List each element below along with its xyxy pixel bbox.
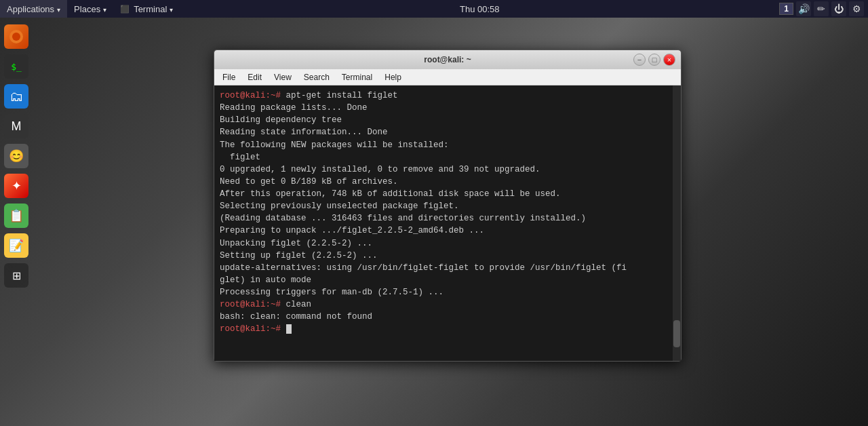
sidebar-star-icon[interactable]: ✦ <box>4 174 28 198</box>
command-text: apt-get install figlet <box>286 91 398 100</box>
prompt-text: root@kali:~# <box>220 300 286 309</box>
terminal-line: root@kali:~# apt-get install figlet <box>220 90 667 102</box>
terminal-line: Setting up figlet (2.2.5-2) ... <box>220 250 667 262</box>
settings-icon[interactable]: ⚙ <box>849 1 864 16</box>
terminal-line: update-alternatives: using /usr/bin/figl… <box>220 262 667 274</box>
output-text: Need to get 0 B/189 kB of archives. <box>220 177 398 187</box>
menu-terminal[interactable]: Terminal <box>336 71 378 83</box>
svg-point-1 <box>12 33 20 41</box>
output-text: glet) in auto mode <box>220 275 311 285</box>
terminal-title: root@kali: ~ <box>220 55 675 64</box>
terminal-menu[interactable]: ⬛ Terminal <box>113 0 180 18</box>
command-text: clean <box>286 300 312 309</box>
output-text: Processing triggers for man-db (2.7.5-1)… <box>220 288 443 297</box>
prompt-text: root@kali:~# <box>220 324 286 334</box>
sidebar-notes-icon[interactable]: 📝 <box>4 233 28 258</box>
terminal-label: Terminal <box>134 4 167 14</box>
workspace-number: 1 <box>784 4 789 14</box>
terminal-line: Reading package lists... Done <box>220 102 667 114</box>
cursor <box>286 324 292 334</box>
terminal-line: (Reading database ... 316463 files and d… <box>220 212 667 225</box>
sidebar: $_ 🗂 M 😊 ✦ 📋 📝 ⊞ <box>0 18 33 426</box>
output-text: (Reading database ... 316463 files and d… <box>220 214 586 223</box>
terminal-icon-small: ⬛ <box>120 5 130 14</box>
maximize-icon: □ <box>652 56 657 64</box>
prompt-text: root@kali:~# <box>220 91 286 100</box>
sidebar-files-icon[interactable]: 🗂 <box>4 84 28 109</box>
terminal-line: bash: clean: command not found <box>220 311 667 323</box>
terminal-content[interactable]: root@kali:~# apt-get install figletReadi… <box>214 85 673 361</box>
terminal-chevron <box>170 4 173 14</box>
taskbar-left: Applications Places ⬛ Terminal <box>0 0 180 18</box>
menu-search[interactable]: Search <box>298 71 335 83</box>
terminal-line: root@kali:~# <box>220 323 667 335</box>
terminal-line: Need to get 0 B/189 kB of archives. <box>220 176 667 188</box>
terminal-window: root@kali: ~ − □ × File Edit <box>214 50 682 362</box>
terminal-line: The following NEW packages will be insta… <box>220 139 667 151</box>
taskbar: Applications Places ⬛ Terminal Thu 00:58… <box>0 0 868 18</box>
sidebar-terminal-icon[interactable]: $_ <box>4 54 28 79</box>
output-text: Setting up figlet (2.2.5-2) ... <box>220 251 378 260</box>
menu-file[interactable]: File <box>217 71 241 83</box>
desktop: Applications Places ⬛ Terminal Thu 00:58… <box>0 0 868 426</box>
menu-edit[interactable]: Edit <box>242 71 267 83</box>
terminal-line: 0 upgraded, 1 newly installed, 0 to remo… <box>220 163 667 176</box>
menu-view[interactable]: View <box>269 71 297 83</box>
taskbar-clock: Thu 00:58 <box>180 4 779 14</box>
output-text: 0 upgraded, 1 newly installed, 0 to remo… <box>220 165 540 174</box>
close-icon: × <box>667 56 671 64</box>
taskbar-right: 1 🔊 ✏ ⏻ ⚙ <box>779 1 868 16</box>
sidebar-email-icon[interactable]: M <box>4 114 28 138</box>
terminal-line: Unpacking figlet (2.2.5-2) ... <box>220 237 667 250</box>
output-text: Preparing to unpack .../figlet_2.2.5-2_a… <box>220 226 484 235</box>
maximize-button[interactable]: □ <box>648 54 660 66</box>
applications-label: Applications <box>7 4 54 14</box>
minimize-icon: − <box>637 56 642 64</box>
applications-chevron <box>57 4 60 14</box>
workspace-badge[interactable]: 1 <box>779 3 793 15</box>
menu-help[interactable]: Help <box>379 71 407 83</box>
terminal-line: figlet <box>220 151 667 163</box>
scrollbar-thumb[interactable] <box>673 320 680 347</box>
terminal-line: Processing triggers for man-db (2.7.5-1)… <box>220 286 667 298</box>
output-text: Reading package lists... Done <box>220 103 368 113</box>
output-text: figlet <box>220 153 260 162</box>
terminal-line: After this operation, 748 kB of addition… <box>220 188 667 200</box>
output-text: Unpacking figlet (2.2.5-2) ... <box>220 239 372 248</box>
output-text: update-alternatives: using /usr/bin/figl… <box>220 263 627 273</box>
clock-display: Thu 00:58 <box>460 4 500 14</box>
sidebar-green-icon[interactable]: 📋 <box>4 204 28 228</box>
output-text: The following NEW packages will be insta… <box>220 140 449 150</box>
places-label: Places <box>74 4 100 14</box>
sidebar-firefox-icon[interactable] <box>4 24 28 49</box>
power-icon[interactable]: ⏻ <box>831 1 846 16</box>
sidebar-face-icon[interactable]: 😊 <box>4 144 28 168</box>
places-chevron <box>103 4 106 14</box>
close-button[interactable]: × <box>663 54 675 66</box>
window-controls: − □ × <box>633 54 675 66</box>
places-menu[interactable]: Places <box>67 0 113 18</box>
terminal-line: Building dependency tree <box>220 114 667 126</box>
output-text: Selecting previously unselected package … <box>220 201 459 211</box>
sidebar-apps-icon[interactable]: ⊞ <box>4 263 28 288</box>
terminal-body: root@kali:~# apt-get install figletReadi… <box>214 85 681 361</box>
minimize-button[interactable]: − <box>633 54 646 66</box>
terminal-scrollbar[interactable] <box>673 85 681 361</box>
terminal-line: glet) in auto mode <box>220 274 667 286</box>
output-text: Building dependency tree <box>220 115 342 125</box>
terminal-titlebar: root@kali: ~ − □ × <box>214 50 681 69</box>
output-text: After this operation, 748 kB of addition… <box>220 189 561 199</box>
terminal-line: Preparing to unpack .../figlet_2.2.5-2_a… <box>220 225 667 237</box>
terminal-menubar: File Edit View Search Terminal Help <box>214 69 681 85</box>
applications-menu[interactable]: Applications <box>0 0 67 18</box>
edit-icon[interactable]: ✏ <box>814 1 829 16</box>
terminal-line: Reading state information... Done <box>220 126 667 138</box>
output-text: bash: clean: command not found <box>220 312 372 322</box>
output-text: Reading state information... Done <box>220 128 388 137</box>
terminal-line: Selecting previously unselected package … <box>220 200 667 212</box>
terminal-line: root@kali:~# clean <box>220 298 667 311</box>
speaker-icon[interactable]: 🔊 <box>796 1 811 16</box>
